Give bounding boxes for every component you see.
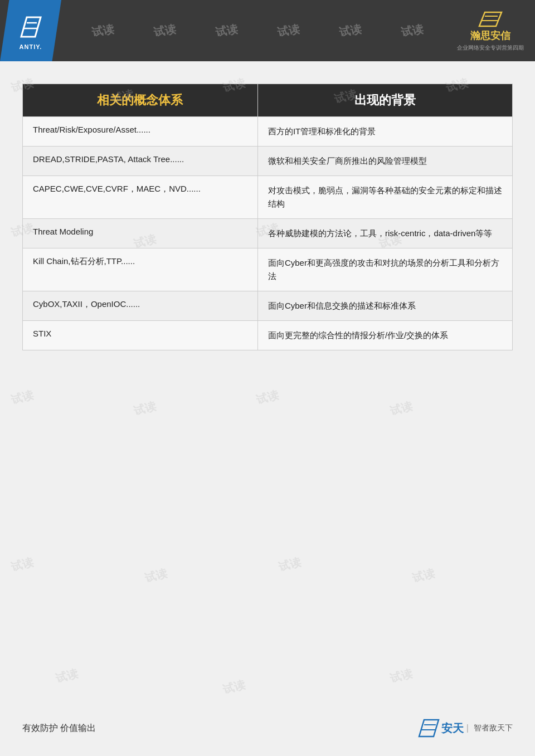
table-cell-left: Threat/Risk/Exposure/Asset......	[23, 117, 258, 147]
body-wm-20: 试读	[388, 666, 414, 686]
table-cell-left: CybOX,TAXII，OpenIOC......	[23, 291, 258, 321]
table-row: STIX面向更完整的综合性的情报分析/作业/交换的体系	[23, 321, 513, 350]
body-wm-12: 试读	[255, 387, 280, 407]
table-row: Kill Chain,钻石分析,TTP......面向Cyber和更高强度的攻击…	[23, 248, 513, 291]
logo-text: ANTIY.	[20, 43, 42, 50]
footer-logo-icon	[416, 717, 441, 739]
table-cell-left: CAPEC,CWE,CVE,CVRF，MAEC，NVD......	[23, 176, 258, 219]
brand-logo-icon	[476, 9, 504, 29]
table-cell-right: 西方的IT管理和标准化的背景	[257, 117, 512, 147]
table-row: CybOX,TAXII，OpenIOC......面向Cyber和信息交换的描述…	[23, 291, 513, 321]
table-cell-right: 面向Cyber和更高强度的攻击和对抗的场景的分析工具和分析方法	[257, 248, 512, 291]
antiy-logo-icon	[16, 12, 46, 42]
table-row: Threat/Risk/Exposure/Asset......西方的IT管理和…	[23, 117, 513, 147]
body-wm-11: 试读	[132, 398, 158, 418]
body-wm-17: 试读	[411, 565, 436, 586]
logo-block: ANTIY.	[0, 0, 61, 61]
table-cell-left: DREAD,STRIDE,PASTA, Attack Tree......	[23, 147, 258, 176]
table-row: DREAD,STRIDE,PASTA, Attack Tree......微软和…	[23, 147, 513, 176]
brand-subtitle: 企业网络安全专训营第四期	[457, 44, 524, 52]
body-wm-19: 试读	[221, 677, 247, 697]
table-header-row: 相关的概念体系 出现的背景	[23, 84, 513, 117]
col2-header: 出现的背景	[257, 84, 512, 117]
table-cell-right: 面向更完整的综合性的情报分析/作业/交换的体系	[257, 321, 512, 350]
footer-left-text: 有效防护 价值输出	[22, 723, 96, 734]
body-wm-16: 试读	[277, 554, 303, 574]
main-content: 相关的概念体系 出现的背景 Threat/Risk/Exposure/Asset…	[0, 61, 535, 367]
header-wm-2: 试读	[153, 21, 177, 40]
brand-name: 瀚思安信	[470, 29, 510, 42]
body-wm-14: 试读	[9, 554, 35, 574]
table-cell-left: Threat Modeling	[23, 219, 258, 248]
col1-header: 相关的概念体系	[23, 84, 258, 117]
table-cell-right: 对攻击模式，脆弱点，漏洞等各种基础的安全元素的标定和描述结构	[257, 176, 512, 219]
footer-brand: 安天	[441, 721, 464, 736]
table-cell-left: Kill Chain,钻石分析,TTP......	[23, 248, 258, 291]
svg-marker-6	[419, 720, 439, 737]
footer-brand-sub: 智者敌天下	[474, 723, 513, 733]
table-cell-right: 微软和相关安全厂商所推出的风险管理模型	[257, 147, 512, 176]
body-wm-15: 试读	[143, 565, 169, 586]
table-cell-right: 各种威胁建模的方法论，工具，risk-centric，data-driven等等	[257, 219, 512, 248]
footer: 有效防护 价值输出 安天 | 智者敌天下	[0, 717, 535, 739]
header-wm-3: 试读	[215, 21, 239, 40]
table-cell-left: STIX	[23, 321, 258, 350]
header-wm-1: 试读	[91, 21, 115, 40]
header-wm-4: 试读	[276, 21, 301, 40]
table-cell-right: 面向Cyber和信息交换的描述和标准体系	[257, 291, 512, 321]
header-wm-5: 试读	[338, 21, 363, 40]
body-wm-13: 试读	[388, 398, 414, 418]
table-row: CAPEC,CWE,CVE,CVRF，MAEC，NVD......对攻击模式，脆…	[23, 176, 513, 219]
header-watermarks: 试读 试读 试读 试读 试读 试读	[61, 23, 454, 38]
svg-marker-0	[21, 17, 41, 37]
header-wm-6: 试读	[400, 21, 425, 40]
header-bar: ANTIY. 试读 试读 试读 试读 试读 试读 瀚思安信 企业网络安全专训营第…	[0, 0, 535, 61]
header-right-logo: 瀚思安信 企业网络安全专训营第四期	[454, 8, 527, 53]
svg-marker-3	[479, 12, 502, 26]
table-row: Threat Modeling各种威胁建模的方法论，工具，risk-centri…	[23, 219, 513, 248]
body-wm-10: 试读	[9, 387, 35, 407]
footer-right: 安天 | 智者敌天下	[416, 717, 513, 739]
concept-table: 相关的概念体系 出现的背景 Threat/Risk/Exposure/Asset…	[22, 84, 513, 350]
body-wm-18: 试读	[54, 666, 80, 686]
